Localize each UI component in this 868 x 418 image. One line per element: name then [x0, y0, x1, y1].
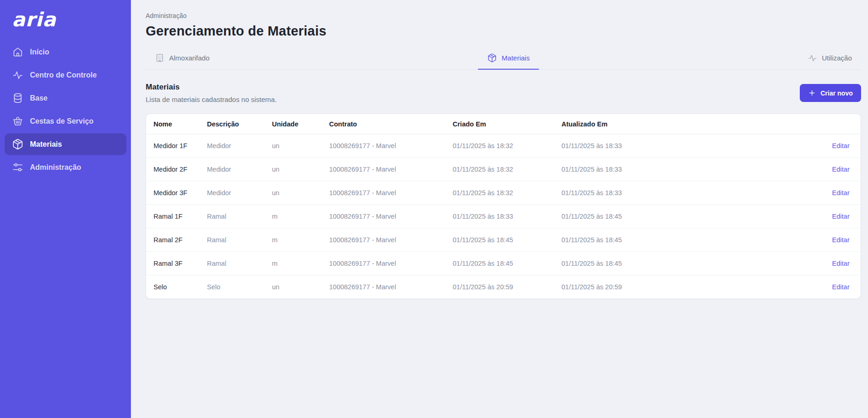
- cell-contrato: 10008269177 - Marvel: [322, 134, 445, 158]
- cell-criado-em: 01/11/2025 às 18:32: [445, 134, 554, 158]
- cell-contrato: 10008269177 - Marvel: [322, 158, 445, 181]
- cell-unidade: m: [265, 228, 322, 252]
- create-new-button[interactable]: Criar novo: [800, 84, 861, 102]
- cell-unidade: m: [265, 252, 322, 275]
- cell-criado-em: 01/11/2025 às 18:33: [445, 205, 554, 228]
- cell-descricao: Ramal: [200, 252, 265, 275]
- cell-criado-em: 01/11/2025 às 20:59: [445, 275, 554, 299]
- table-row: Ramal 1F Ramal m 10008269177 - Marvel 01…: [146, 205, 861, 228]
- materials-table: Nome Descrição Unidade Contrato Criado E…: [146, 114, 861, 299]
- cell-atualizado-em: 01/11/2025 às 18:45: [554, 252, 805, 275]
- cell-atualizado-em: 01/11/2025 às 20:59: [554, 275, 805, 299]
- col-header-descricao: Descrição: [200, 114, 265, 134]
- col-header-atualizado-em: Atualizado Em: [554, 114, 805, 134]
- cell-nome: Selo: [146, 275, 200, 299]
- cell-contrato: 10008269177 - Marvel: [322, 275, 445, 299]
- cell-contrato: 10008269177 - Marvel: [322, 181, 445, 205]
- edit-link[interactable]: Editar: [832, 189, 850, 197]
- section-titles: Materiais Lista de materiais cadastrados…: [146, 83, 277, 103]
- table-row: Ramal 3F Ramal m 10008269177 - Marvel 01…: [146, 252, 861, 275]
- cell-descricao: Medidor: [200, 158, 265, 181]
- cell-descricao: Selo: [200, 275, 265, 299]
- tab-almoxarifado[interactable]: Almoxarifado: [146, 47, 219, 70]
- edit-link[interactable]: Editar: [832, 166, 850, 173]
- cell-nome: Ramal 2F: [146, 228, 200, 252]
- sidebar-item-base[interactable]: Base: [5, 87, 126, 109]
- section-subtitle: Lista de materiais cadastrados no sistem…: [146, 96, 277, 103]
- cell-atualizado-em: 01/11/2025 às 18:33: [554, 158, 805, 181]
- cell-unidade: m: [265, 205, 322, 228]
- section-title: Materiais: [146, 83, 277, 92]
- sidebar-item-label: Base: [30, 94, 47, 102]
- tab-label: Utilização: [822, 54, 852, 62]
- table-header-row: Nome Descrição Unidade Contrato Criado E…: [146, 114, 861, 134]
- tab-label: Almoxarifado: [169, 54, 210, 62]
- activity-icon: [808, 53, 817, 63]
- cell-nome: Ramal 1F: [146, 205, 200, 228]
- cell-nome: Medidor 1F: [146, 134, 200, 158]
- sidebar-item-label: Administração: [30, 163, 81, 172]
- col-header-contrato: Contrato: [322, 114, 445, 134]
- database-icon: [12, 92, 24, 104]
- cell-descricao: Ramal: [200, 205, 265, 228]
- cell-criado-em: 01/11/2025 às 18:45: [445, 228, 554, 252]
- sidebar-item-label: Materiais: [30, 140, 62, 149]
- sidebar-item-label: Cestas de Serviço: [30, 117, 94, 125]
- cell-contrato: 10008269177 - Marvel: [322, 228, 445, 252]
- cell-criado-em: 01/11/2025 às 18:45: [445, 252, 554, 275]
- col-header-nome: Nome: [146, 114, 200, 134]
- sidebar-item-label: Início: [30, 48, 49, 56]
- cell-unidade: un: [265, 275, 322, 299]
- tab-label: Materiais: [502, 54, 530, 62]
- cell-descricao: Medidor: [200, 134, 265, 158]
- table-row: Ramal 2F Ramal m 10008269177 - Marvel 01…: [146, 228, 861, 252]
- tab-utilizacao[interactable]: Utilização: [798, 47, 861, 70]
- edit-link[interactable]: Editar: [832, 260, 850, 267]
- cell-nome: Ramal 3F: [146, 252, 200, 275]
- create-new-label: Criar novo: [821, 90, 853, 97]
- cell-descricao: Ramal: [200, 228, 265, 252]
- cell-nome: Medidor 2F: [146, 158, 200, 181]
- app-logo[interactable]: aria: [5, 6, 126, 41]
- breadcrumb[interactable]: Administração: [146, 12, 861, 19]
- col-header-actions: [805, 114, 861, 134]
- table-row: Medidor 2F Medidor un 10008269177 - Marv…: [146, 158, 861, 181]
- sidebar-item-centro-de-controle[interactable]: Centro de Controle: [5, 64, 126, 86]
- cell-atualizado-em: 01/11/2025 às 18:33: [554, 134, 805, 158]
- sidebar-item-cestas-de-servico[interactable]: Cestas de Serviço: [5, 110, 126, 132]
- cell-descricao: Medidor: [200, 181, 265, 205]
- cell-criado-em: 01/11/2025 às 18:32: [445, 181, 554, 205]
- table-row: Medidor 3F Medidor un 10008269177 - Marv…: [146, 181, 861, 205]
- plus-icon: [808, 89, 816, 97]
- cell-contrato: 10008269177 - Marvel: [322, 205, 445, 228]
- sidebar-item-inicio[interactable]: Início: [5, 41, 126, 63]
- edit-link[interactable]: Editar: [832, 142, 850, 149]
- col-header-criado-em: Criado Em: [445, 114, 554, 134]
- home-icon: [12, 46, 24, 58]
- tab-bar: Almoxarifado Materiais Utilização: [146, 47, 861, 70]
- materials-table-card: Nome Descrição Unidade Contrato Criado E…: [146, 113, 861, 299]
- package-icon: [12, 138, 24, 150]
- cell-nome: Medidor 3F: [146, 181, 200, 205]
- edit-link[interactable]: Editar: [832, 236, 850, 244]
- tab-materiais[interactable]: Materiais: [478, 47, 539, 70]
- package-icon: [487, 53, 497, 63]
- sidebar-item-label: Centro de Controle: [30, 71, 97, 79]
- sidebar-item-materiais[interactable]: Materiais: [5, 133, 126, 155]
- sidebar-item-administracao[interactable]: Administração: [5, 156, 126, 178]
- cell-criado-em: 01/11/2025 às 18:32: [445, 158, 554, 181]
- edit-link[interactable]: Editar: [832, 213, 850, 220]
- table-row: Medidor 1F Medidor un 10008269177 - Marv…: [146, 134, 861, 158]
- table-row: Selo Selo un 10008269177 - Marvel 01/11/…: [146, 275, 861, 299]
- cell-unidade: un: [265, 158, 322, 181]
- cell-unidade: un: [265, 181, 322, 205]
- cell-contrato: 10008269177 - Marvel: [322, 252, 445, 275]
- sidebar-nav: Início Centro de Controle Base Cestas de…: [5, 41, 126, 178]
- cell-atualizado-em: 01/11/2025 às 18:45: [554, 205, 805, 228]
- page-title: Gerenciamento de Materiais: [146, 24, 861, 39]
- cell-unidade: un: [265, 134, 322, 158]
- edit-link[interactable]: Editar: [832, 283, 850, 291]
- section-header: Materiais Lista de materiais cadastrados…: [146, 83, 861, 103]
- basket-icon: [12, 115, 24, 127]
- cell-atualizado-em: 01/11/2025 às 18:45: [554, 228, 805, 252]
